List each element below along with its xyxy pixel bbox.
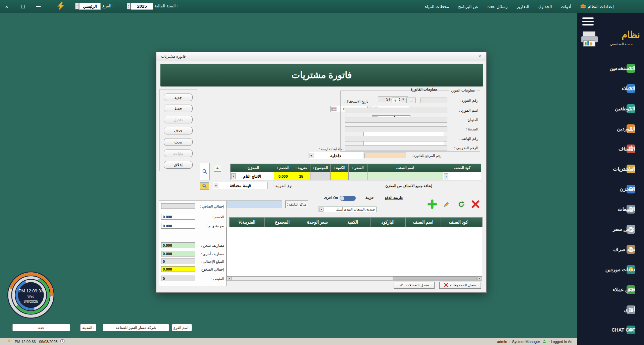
menu-item-water-stations[interactable]: محطات المياة	[425, 4, 449, 9]
discount-cell[interactable]: 0.000	[274, 172, 292, 180]
add-supplier-button[interactable]: +	[392, 98, 399, 103]
supplier-number-field[interactable]	[420, 98, 447, 103]
add-line-button[interactable]: +	[214, 165, 221, 172]
city-value-field[interactable]: جدة	[12, 324, 70, 331]
sidebar-item-employees[interactable]: الموظفين	[577, 99, 644, 119]
menu-item-system-settings[interactable]: إعدادات النظام	[580, 4, 614, 9]
col-item-code: كود الصنف	[441, 217, 476, 227]
scroll-right-arrow-icon[interactable]: ►	[477, 277, 482, 280]
col-item-name: اسم الصنف	[405, 217, 441, 227]
tax-cell[interactable]: 15	[292, 172, 310, 180]
item-search-button[interactable]	[200, 163, 210, 180]
toggle-knob	[340, 196, 344, 200]
minimize-window-button[interactable]	[34, 0, 43, 13]
refresh-button[interactable]	[455, 198, 467, 211]
pencil-icon	[399, 283, 404, 288]
sidebar-item-other[interactable]: أخرى	[577, 300, 644, 320]
dialog-close-button[interactable]: إغلاق	[164, 161, 193, 169]
edit-line-button[interactable]	[441, 198, 453, 211]
dialog-titlebar[interactable]: فاتورة مشتريات ×	[156, 52, 486, 61]
sidebar-item-products[interactable]: الأصناف	[577, 139, 644, 159]
quantity-cell[interactable]	[330, 172, 349, 180]
menu-item-reports[interactable]: التقارير	[516, 4, 529, 9]
sidebar-item-users[interactable]: المستخدمين	[577, 58, 644, 78]
menu-item-tables[interactable]: الجداول	[538, 4, 552, 9]
reference-number-field[interactable]	[364, 153, 406, 158]
edit-button: تعديل	[164, 116, 193, 123]
menu-item-tools[interactable]: أدوات	[561, 4, 571, 9]
branch-spinner[interactable]: ▲▼	[75, 3, 79, 9]
dialog-close-icon[interactable]: ×	[477, 53, 483, 59]
branch-select[interactable]: الرئيسي	[79, 3, 101, 10]
add-item-button[interactable]	[426, 198, 438, 211]
sidebar-item-quotation[interactable]: عرض سعر	[577, 219, 644, 239]
logged-in-as-label: : Logged in As	[549, 340, 572, 344]
sidebar-item-customer-receipts[interactable]: قبض عملاء	[577, 280, 644, 300]
close-window-button[interactable]: ×	[2, 0, 11, 13]
delete-button[interactable]: حذف	[164, 127, 193, 134]
supplier-city-field[interactable]	[345, 126, 447, 132]
supplier-tax-number-field[interactable]	[345, 145, 447, 151]
price-cell[interactable]	[348, 172, 367, 180]
sidebar-item-payment-voucher[interactable]: سند صرف	[577, 239, 644, 260]
other-expenses-field[interactable]: 0.000	[161, 251, 195, 256]
edits-log-button[interactable]: سجل التعديلات	[394, 282, 435, 289]
sidebar-item-chatgpt[interactable]: CHAT GPT	[577, 320, 644, 340]
sidebar-item-label: دفعات موردين	[605, 267, 635, 273]
sidebar-item-suppliers[interactable]: الموردين	[577, 119, 644, 139]
maximize-window-button[interactable]	[18, 0, 28, 13]
delete-line-button[interactable]	[469, 198, 482, 211]
menu-item-about[interactable]: عن البرنامج	[458, 4, 478, 9]
supplier-info-section-label: معلومات المورد	[449, 88, 477, 93]
vat-label: ضريبة ق.م :	[206, 224, 224, 228]
menu-item-sms[interactable]: رسائل sms	[488, 4, 508, 9]
new-button[interactable]: جديد	[164, 94, 193, 101]
supplier-phone-field[interactable]	[345, 136, 447, 141]
sidebar-item-warehouse[interactable]: المخزن	[577, 179, 644, 199]
dropdown-arrow-icon: ▾	[444, 173, 448, 179]
scrollbar-thumb[interactable]	[393, 277, 477, 280]
shipping-field[interactable]: 0.000	[161, 242, 195, 248]
sidebar-item-sales[interactable]: المبيعات	[577, 199, 644, 219]
save-button[interactable]: حفظ	[164, 105, 193, 112]
hamburger-menu-icon[interactable]	[582, 17, 594, 25]
sidebar-item-supplier-payments[interactable]: دفعات موردين	[577, 260, 644, 280]
payment-toggle[interactable]	[340, 196, 356, 201]
item-code-select[interactable]: ▾	[443, 172, 481, 180]
items-table-body[interactable]	[227, 227, 482, 277]
search-button[interactable]: بحث	[164, 138, 193, 146]
sidebar-item-purchases[interactable]: المشتريات	[577, 159, 644, 179]
supplier-browse-button[interactable]: ...	[406, 98, 416, 103]
tax-type-value: قيمة مضافة	[230, 183, 251, 188]
totals-panel: إجمالي الصافي : الخصم : 0.000 ضريبة ق.م …	[159, 200, 227, 286]
discount-field[interactable]: 0.000	[161, 214, 195, 220]
top-menu: إعدادات النظام أدوات الجداول التقارير رس…	[425, 0, 614, 13]
sidebar-item-customers[interactable]: العملاء	[577, 78, 644, 99]
cost-center-field[interactable]	[225, 200, 282, 208]
purchase-type-select[interactable]: داخلية ▾	[308, 152, 363, 159]
warehouse-select[interactable]: الانتاج التام ▾	[230, 172, 274, 180]
scroll-left-arrow-icon[interactable]: ◄	[227, 277, 232, 280]
clock-widget[interactable]: PM 12:09:33 Wed 8/6/2025	[6, 270, 56, 320]
app-window: × ▲▼ الرئيسي الفرع : ▲▼ 2025 السنة المال…	[0, 0, 644, 345]
vat-field[interactable]: 0.000	[161, 223, 195, 229]
bell-icon[interactable]	[7, 339, 11, 344]
supplier-address-field[interactable]	[345, 117, 447, 123]
item-name-cell[interactable]	[367, 172, 443, 180]
sidebar-item-label: قبض عملاء	[612, 287, 635, 293]
sidebar-item-label: الموردين	[617, 126, 635, 132]
paid-total-field[interactable]: 0.000	[161, 266, 195, 272]
purchase-invoice-dialog: فاتورة مشتريات × فاتورة مشتريات جديد حفظ…	[156, 52, 487, 293]
cashbox-select[interactable]: صندوق المبيعات النقدي أسنك ▾	[318, 207, 377, 212]
horizontal-scrollbar[interactable]: ◄ ►	[227, 277, 482, 281]
fiscal-year-input[interactable]: 2025	[131, 3, 153, 10]
deleted-log-button[interactable]: سجل المحذوفات	[439, 282, 481, 289]
invoice-items-table: كود الصنف اسم الصنف الباركود الكمية سعر …	[227, 217, 482, 281]
tax-type-select[interactable]: قيمة مضافة ▾	[213, 182, 268, 189]
add-all-items-button[interactable]	[200, 182, 209, 190]
shipping-label: مصاريف شحن :	[201, 243, 224, 247]
clock-time: PM 12:09:33	[18, 288, 43, 293]
fiscal-year-spinner[interactable]: ▲▼	[127, 3, 131, 9]
supplier-name-field[interactable]	[345, 108, 447, 113]
company-name-field[interactable]: شركة مسار التميز للصناعة	[103, 324, 169, 331]
